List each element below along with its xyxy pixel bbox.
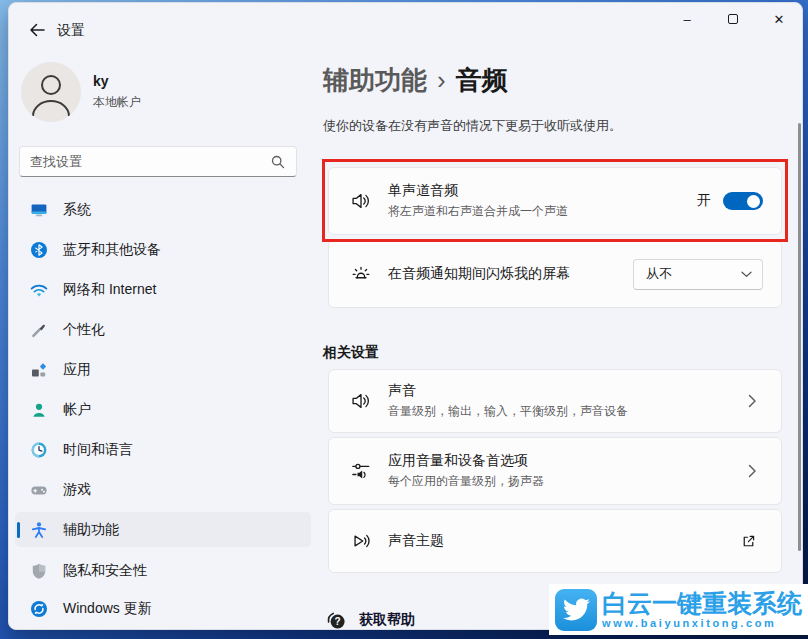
sidebar-item-privacy-security[interactable]: 隐私和安全性 [15, 553, 311, 589]
sidebar-item-windows-update[interactable]: Windows 更新 [15, 591, 311, 627]
windows-update-icon [29, 599, 49, 619]
page-title: 音频 [456, 65, 508, 95]
watermark-url: www.baiyunxitong.com [602, 617, 802, 629]
sound-subtitle: 音量级别，输出，输入，平衡级别，声音设备 [388, 403, 748, 420]
search-input[interactable] [30, 154, 270, 169]
privacy-shield-icon [29, 561, 49, 581]
settings-window: 设置 – ✕ ky 本地帐户 [8, 2, 803, 630]
user-name: ky [93, 73, 109, 89]
chevron-right-icon [748, 464, 757, 478]
sidebar-item-apps[interactable]: 应用 [15, 352, 311, 388]
get-help-link[interactable]: ? 获取帮助 [325, 609, 415, 630]
dropdown-value: 从不 [646, 265, 741, 283]
sound-theme-card[interactable]: 声音主题 [328, 509, 782, 573]
svg-text:?: ? [335, 616, 341, 627]
back-arrow-icon [27, 20, 47, 40]
sound-theme-icon [350, 530, 372, 552]
mono-audio-subtitle: 将左声道和右声道合并成一个声道 [388, 203, 697, 220]
toggle-state-label: 开 [697, 192, 711, 210]
system-icon [29, 200, 49, 220]
page-description: 使你的设备在没有声音的情况下更易于收听或使用。 [323, 117, 622, 135]
maximize-icon [728, 14, 738, 24]
search-icon [270, 154, 286, 170]
app-title: 设置 [57, 22, 85, 40]
sidebar-item-gaming[interactable]: 游戏 [15, 472, 311, 508]
selection-indicator [17, 522, 20, 538]
app-volume-title: 应用音量和设备首选项 [388, 452, 748, 470]
accessibility-icon [29, 520, 49, 540]
sidebar-item-label: Windows 更新 [63, 600, 152, 618]
minimize-icon: – [683, 12, 690, 27]
sidebar-item-label: 时间和语言 [63, 441, 133, 459]
sidebar-item-label: 隐私和安全性 [63, 562, 147, 580]
sidebar-item-label: 网络和 Internet [63, 281, 156, 299]
sound-title: 声音 [388, 382, 748, 400]
speaker-icon [350, 190, 372, 212]
sidebar-item-label: 系统 [63, 201, 91, 219]
sound-settings-card[interactable]: 声音 音量级别，输出，输入，平衡级别，声音设备 [328, 369, 782, 433]
sidebar-item-accessibility[interactable]: 辅助功能 [15, 512, 311, 547]
close-button[interactable]: ✕ [756, 3, 802, 35]
app-volume-subtitle: 每个应用的音量级别，扬声器 [388, 473, 748, 490]
back-button[interactable] [23, 17, 51, 43]
search-box[interactable] [19, 146, 297, 177]
user-account-type: 本地帐户 [93, 94, 141, 111]
time-language-clock-icon [29, 440, 49, 460]
flash-screen-title: 在音频通知期间闪烁我的屏幕 [388, 265, 633, 283]
sidebar-item-personalization[interactable]: 个性化 [15, 312, 311, 348]
flash-screen-dropdown[interactable]: 从不 [633, 259, 763, 290]
desktop-wallpaper: 设置 – ✕ ky 本地帐户 [0, 0, 808, 639]
breadcrumb-parent[interactable]: 辅助功能 [323, 65, 427, 95]
vertical-scrollbar[interactable] [798, 123, 801, 551]
help-icon: ? [325, 609, 347, 630]
get-help-label: 获取帮助 [359, 611, 415, 629]
external-link-icon [740, 533, 757, 550]
window-controls: – ✕ [664, 3, 802, 35]
breadcrumb-separator: › [437, 65, 446, 95]
apps-icon [29, 360, 49, 380]
breadcrumb: 辅助功能›音频 [323, 63, 508, 98]
mono-audio-toggle[interactable] [723, 192, 763, 210]
sidebar-item-accounts[interactable]: 帐户 [15, 392, 311, 428]
chevron-right-icon [748, 394, 757, 408]
watermark-bird-icon [555, 589, 597, 631]
maximize-button[interactable] [710, 3, 756, 35]
sidebar-item-label: 个性化 [63, 321, 105, 339]
sidebar-item-time-language[interactable]: 时间和语言 [15, 432, 311, 468]
personalization-brush-icon [29, 320, 49, 340]
minimize-button[interactable]: – [664, 3, 710, 35]
avatar[interactable] [21, 62, 81, 122]
sound-theme-title: 声音主题 [388, 532, 740, 550]
chevron-down-icon [741, 271, 752, 278]
sidebar-item-label: 蓝牙和其他设备 [63, 241, 161, 259]
person-icon [21, 62, 81, 122]
sidebar-item-label: 帐户 [63, 401, 91, 419]
sidebar-item-label: 应用 [63, 361, 91, 379]
watermark-title: 白云一键重装系统 [602, 590, 802, 617]
sidebar-item-system[interactable]: 系统 [15, 192, 311, 228]
flash-screen-card: 在音频通知期间闪烁我的屏幕 从不 [328, 240, 782, 308]
flash-alert-icon [350, 263, 372, 285]
watermark: 白云一键重装系统 www.baiyunxitong.com [549, 584, 808, 635]
sidebar-item-bluetooth-devices[interactable]: 蓝牙和其他设备 [15, 232, 311, 268]
sidebar-item-network-internet[interactable]: 网络和 Internet [15, 272, 311, 308]
speaker-icon [350, 390, 372, 412]
mono-audio-title: 单声道音频 [388, 182, 697, 200]
toggle-knob [747, 195, 760, 208]
accounts-person-icon [29, 400, 49, 420]
bluetooth-icon [29, 240, 49, 260]
volume-mixer-icon [350, 460, 372, 482]
sidebar-item-label: 游戏 [63, 481, 91, 499]
network-wifi-icon [29, 280, 49, 300]
close-icon: ✕ [774, 12, 785, 27]
related-settings-header: 相关设置 [323, 344, 379, 362]
app-volume-card[interactable]: 应用音量和设备首选项 每个应用的音量级别，扬声器 [328, 437, 782, 505]
mono-audio-card: 单声道音频 将左声道和右声道合并成一个声道 开 [328, 167, 782, 235]
sidebar-item-label: 辅助功能 [63, 521, 119, 539]
gaming-controller-icon [29, 480, 49, 500]
